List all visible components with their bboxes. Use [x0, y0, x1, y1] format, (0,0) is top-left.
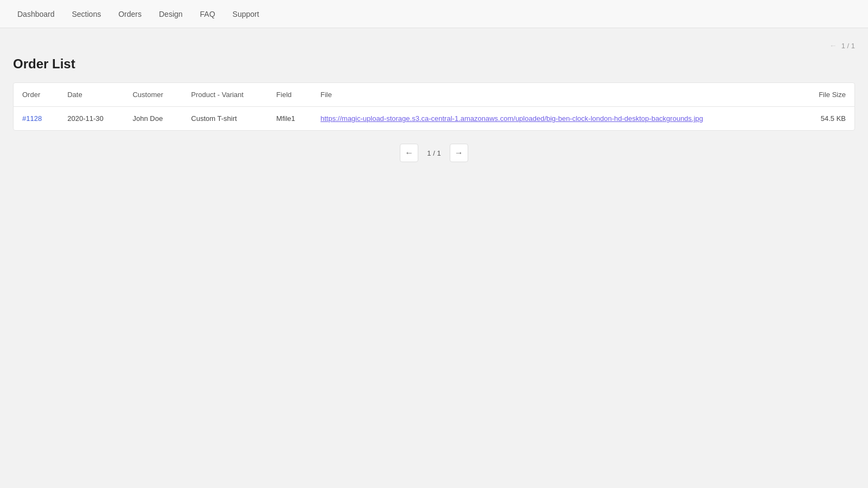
- th-customer: Customer: [124, 83, 182, 107]
- file-cell: https://magic-upload-storage.s3.ca-centr…: [312, 107, 800, 131]
- prev-page-button[interactable]: ←: [400, 144, 418, 162]
- product-variant-cell: Custom T-shirt: [182, 107, 267, 131]
- customer-cell: John Doe: [124, 107, 182, 131]
- order-table-container: OrderDateCustomerProduct - VariantFieldF…: [13, 82, 855, 131]
- page-title: Order List: [13, 56, 855, 72]
- nav-item-support[interactable]: Support: [224, 0, 268, 28]
- th-file_size: File Size: [800, 83, 854, 107]
- field-cell: Mfile1: [267, 107, 311, 131]
- nav-item-design[interactable]: Design: [150, 0, 192, 28]
- table-header: OrderDateCustomerProduct - VariantFieldF…: [14, 83, 854, 107]
- th-field: Field: [267, 83, 311, 107]
- table-row: #11282020-11-30John DoeCustom T-shirtMfi…: [14, 107, 854, 131]
- file-link[interactable]: https://magic-upload-storage.s3.ca-centr…: [321, 114, 703, 123]
- th-date: Date: [59, 83, 124, 107]
- order-link[interactable]: #1128: [22, 114, 42, 123]
- order-number-cell: #1128: [14, 107, 59, 131]
- date-cell: 2020-11-30: [59, 107, 124, 131]
- navigation: DashboardSectionsOrdersDesignFAQSupport: [0, 0, 868, 28]
- nav-item-sections[interactable]: Sections: [63, 0, 110, 28]
- nav-item-faq[interactable]: FAQ: [192, 0, 224, 28]
- th-product_variant: Product - Variant: [182, 83, 267, 107]
- th-file: File: [312, 83, 800, 107]
- top-pagination-info: 1 / 1: [841, 42, 855, 50]
- table-body: #11282020-11-30John DoeCustom T-shirtMfi…: [14, 107, 854, 131]
- bottom-pagination: ← 1 / 1 →: [13, 144, 855, 162]
- bottom-pagination-info: 1 / 1: [423, 149, 445, 157]
- top-pagination: ← 1 / 1: [13, 41, 855, 50]
- nav-item-dashboard[interactable]: Dashboard: [9, 0, 63, 28]
- main-content: ← 1 / 1 Order List OrderDateCustomerProd…: [0, 28, 868, 175]
- top-prev-arrow: ←: [829, 41, 837, 50]
- nav-item-orders[interactable]: Orders: [110, 0, 150, 28]
- order-table: OrderDateCustomerProduct - VariantFieldF…: [14, 83, 854, 130]
- th-order: Order: [14, 83, 59, 107]
- next-page-button[interactable]: →: [450, 144, 468, 162]
- file-size-cell: 54.5 KB: [800, 107, 854, 131]
